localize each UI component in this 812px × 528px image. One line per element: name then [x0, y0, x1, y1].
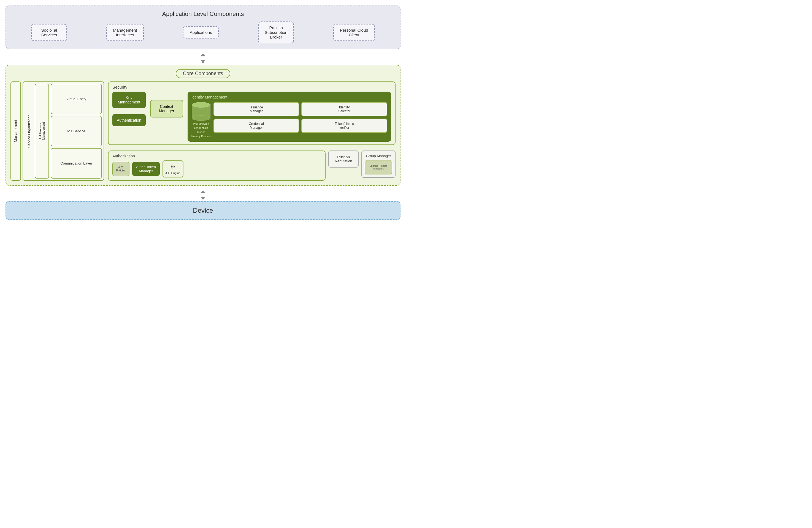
group-manager-title: Group Manager: [365, 154, 392, 158]
group-manager-outer: Group Manager Sharing PoliciesAttributes: [361, 151, 395, 178]
iot-process-label: IoT ProcessManagement: [39, 122, 45, 140]
full-diagram: Application Level Components SocIoTalSer…: [5, 5, 401, 220]
identity-selector-box: IdentitySelector: [301, 102, 387, 116]
ac-engine-box: ⚙ A.C Engine: [162, 161, 184, 178]
service-org-container: Service Organization IoT ProcessManageme…: [23, 81, 104, 181]
security-outer: Security KeyManagement Authentication Co…: [108, 81, 395, 145]
issuance-manager-box: IssuanceManager: [214, 102, 300, 116]
app-box-publish: PublishSubscriptionBroker: [258, 21, 294, 43]
sec-buttons-col: KeyManagement Authentication: [112, 92, 146, 126]
db-top: [192, 102, 211, 108]
idm-title: Identity Management: [191, 95, 387, 99]
arrow-app-to-core: [5, 54, 401, 64]
iot-service-box: IoT Service: [51, 116, 102, 146]
trust-reputation-box: Trust &&Reputation: [328, 151, 359, 168]
token-claims-verifier-box: Token/claimsverifier: [301, 119, 387, 133]
key-management-btn: KeyManagement: [112, 92, 146, 108]
app-level-title: Application Level Components: [12, 11, 394, 18]
service-org-label: Service Organization: [25, 84, 33, 179]
security-label: Security: [112, 85, 391, 89]
svc-stack: Virtual Entity IoT Service Comunication …: [51, 84, 102, 179]
context-mgr-col: ContextManager: [150, 92, 183, 118]
core-title-label: Core Components: [176, 69, 230, 78]
virtual-entity-box: Virtual Entity: [51, 84, 102, 114]
sharing-policies-box: Sharing PoliciesAttributes: [365, 160, 392, 175]
db-text: PseudonymsCredentialsTokensPrivacy Polic…: [191, 122, 211, 138]
core-title: Core Components: [11, 69, 395, 78]
authentication-btn: Authentication: [112, 114, 146, 126]
svc-org-right: IoT ProcessManagement Virtual Entity IoT…: [35, 84, 102, 179]
db-bottom: [192, 115, 211, 121]
arrow-core-to-device: [5, 191, 401, 200]
app-box-applications: Applications: [183, 26, 219, 39]
gear-icon: ⚙: [170, 163, 176, 170]
iot-process-container: IoT ProcessManagement: [35, 84, 49, 179]
communication-layer-box: Comunication Layer: [51, 148, 102, 179]
db-icon-wrapper: PseudonymsCredentialsTokensPrivacy Polic…: [191, 102, 211, 138]
context-manager-box: ContextManager: [150, 100, 183, 118]
svg-marker-3: [201, 191, 205, 193]
idm-content: PseudonymsCredentialsTokensPrivacy Polic…: [191, 102, 387, 138]
svg-marker-2: [201, 197, 205, 200]
device-section: Device: [5, 201, 401, 220]
authorization-inner: A.C.Policies Authz TokenManager ⚙ A.C En…: [112, 161, 321, 178]
idm-boxes: IssuanceManager IdentitySelector Credent…: [214, 102, 387, 133]
app-level-section: Application Level Components SocIoTalSer…: [5, 5, 401, 49]
core-section: Core Components Management Service Organ…: [5, 65, 401, 186]
identity-mgmt-outer: Identity Management: [188, 92, 391, 142]
ac-engine-label: A.C Engine: [165, 171, 181, 175]
app-box-sociotal: SocIoTalServices: [31, 24, 67, 41]
app-box-management: ManagementInterfaces: [106, 24, 144, 41]
authorization-title: Authorization: [112, 154, 321, 158]
authz-token-manager-btn: Authz TokenManager: [132, 162, 160, 176]
device-label: Device: [193, 207, 213, 214]
security-top-row: KeyManagement Authentication ContextMana…: [112, 92, 391, 142]
left-mgmt-panel: Management Service Organization IoT Proc…: [11, 81, 104, 181]
db-shape: [192, 102, 211, 121]
management-label: Management: [11, 81, 21, 181]
authorization-outer: Authorization A.C.Policies Authz TokenMa…: [108, 151, 325, 181]
app-level-items: SocIoTalServices ManagementInterfaces Ap…: [12, 21, 394, 43]
bottom-row: Authorization A.C.Policies Authz TokenMa…: [108, 151, 395, 181]
core-inner: Management Service Organization IoT Proc…: [11, 81, 395, 181]
app-box-personal-cloud: Personal CloudClient: [333, 24, 375, 41]
ac-policies-box: A.C.Policies: [112, 162, 129, 176]
right-zone: Security KeyManagement Authentication Co…: [108, 81, 395, 181]
credential-manager-box: CredentialManager: [214, 119, 300, 133]
